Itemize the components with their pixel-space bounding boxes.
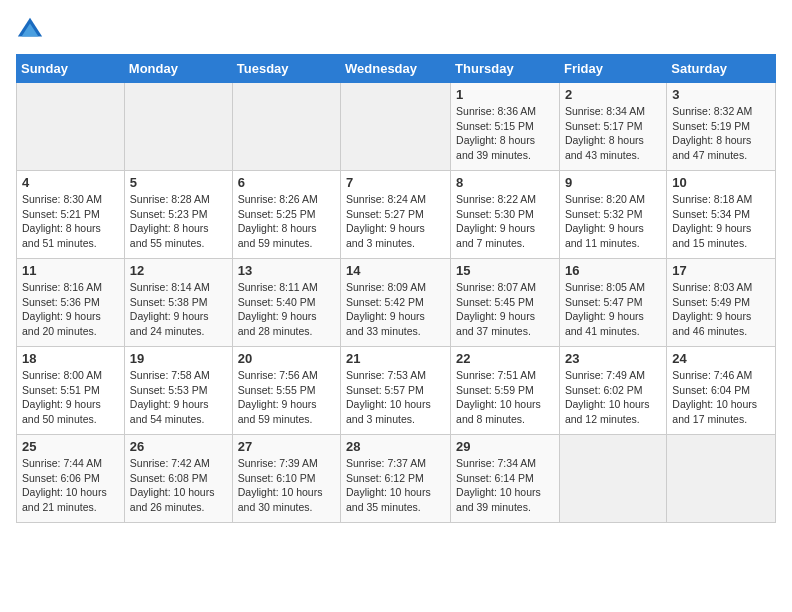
day-info: Sunrise: 7:53 AM Sunset: 5:57 PM Dayligh… bbox=[346, 368, 445, 427]
calendar-cell: 16Sunrise: 8:05 AM Sunset: 5:47 PM Dayli… bbox=[559, 259, 666, 347]
day-info: Sunrise: 8:00 AM Sunset: 5:51 PM Dayligh… bbox=[22, 368, 119, 427]
calendar-cell bbox=[559, 435, 666, 523]
day-info: Sunrise: 8:09 AM Sunset: 5:42 PM Dayligh… bbox=[346, 280, 445, 339]
calendar-cell: 22Sunrise: 7:51 AM Sunset: 5:59 PM Dayli… bbox=[451, 347, 560, 435]
calendar-cell: 13Sunrise: 8:11 AM Sunset: 5:40 PM Dayli… bbox=[232, 259, 340, 347]
day-info: Sunrise: 8:05 AM Sunset: 5:47 PM Dayligh… bbox=[565, 280, 661, 339]
calendar-cell: 17Sunrise: 8:03 AM Sunset: 5:49 PM Dayli… bbox=[667, 259, 776, 347]
day-info: Sunrise: 7:39 AM Sunset: 6:10 PM Dayligh… bbox=[238, 456, 335, 515]
day-info: Sunrise: 7:56 AM Sunset: 5:55 PM Dayligh… bbox=[238, 368, 335, 427]
weekday-header-thursday: Thursday bbox=[451, 55, 560, 83]
day-info: Sunrise: 7:37 AM Sunset: 6:12 PM Dayligh… bbox=[346, 456, 445, 515]
weekday-header-sunday: Sunday bbox=[17, 55, 125, 83]
day-info: Sunrise: 7:44 AM Sunset: 6:06 PM Dayligh… bbox=[22, 456, 119, 515]
day-number: 5 bbox=[130, 175, 227, 190]
calendar-table: SundayMondayTuesdayWednesdayThursdayFrid… bbox=[16, 54, 776, 523]
calendar-cell: 5Sunrise: 8:28 AM Sunset: 5:23 PM Daylig… bbox=[124, 171, 232, 259]
day-number: 3 bbox=[672, 87, 770, 102]
calendar-week-row: 11Sunrise: 8:16 AM Sunset: 5:36 PM Dayli… bbox=[17, 259, 776, 347]
calendar-cell: 7Sunrise: 8:24 AM Sunset: 5:27 PM Daylig… bbox=[341, 171, 451, 259]
weekday-header-monday: Monday bbox=[124, 55, 232, 83]
day-number: 15 bbox=[456, 263, 554, 278]
day-info: Sunrise: 8:34 AM Sunset: 5:17 PM Dayligh… bbox=[565, 104, 661, 163]
day-number: 18 bbox=[22, 351, 119, 366]
calendar-cell: 2Sunrise: 8:34 AM Sunset: 5:17 PM Daylig… bbox=[559, 83, 666, 171]
day-number: 12 bbox=[130, 263, 227, 278]
day-info: Sunrise: 8:20 AM Sunset: 5:32 PM Dayligh… bbox=[565, 192, 661, 251]
day-info: Sunrise: 8:28 AM Sunset: 5:23 PM Dayligh… bbox=[130, 192, 227, 251]
day-number: 1 bbox=[456, 87, 554, 102]
day-info: Sunrise: 8:14 AM Sunset: 5:38 PM Dayligh… bbox=[130, 280, 227, 339]
calendar-cell: 1Sunrise: 8:36 AM Sunset: 5:15 PM Daylig… bbox=[451, 83, 560, 171]
calendar-cell: 12Sunrise: 8:14 AM Sunset: 5:38 PM Dayli… bbox=[124, 259, 232, 347]
calendar-cell: 11Sunrise: 8:16 AM Sunset: 5:36 PM Dayli… bbox=[17, 259, 125, 347]
calendar-cell: 8Sunrise: 8:22 AM Sunset: 5:30 PM Daylig… bbox=[451, 171, 560, 259]
day-info: Sunrise: 8:16 AM Sunset: 5:36 PM Dayligh… bbox=[22, 280, 119, 339]
day-info: Sunrise: 8:32 AM Sunset: 5:19 PM Dayligh… bbox=[672, 104, 770, 163]
day-info: Sunrise: 8:18 AM Sunset: 5:34 PM Dayligh… bbox=[672, 192, 770, 251]
calendar-cell bbox=[17, 83, 125, 171]
calendar-cell: 20Sunrise: 7:56 AM Sunset: 5:55 PM Dayli… bbox=[232, 347, 340, 435]
day-info: Sunrise: 8:11 AM Sunset: 5:40 PM Dayligh… bbox=[238, 280, 335, 339]
day-number: 8 bbox=[456, 175, 554, 190]
day-number: 11 bbox=[22, 263, 119, 278]
day-info: Sunrise: 8:24 AM Sunset: 5:27 PM Dayligh… bbox=[346, 192, 445, 251]
calendar-cell: 21Sunrise: 7:53 AM Sunset: 5:57 PM Dayli… bbox=[341, 347, 451, 435]
weekday-header-tuesday: Tuesday bbox=[232, 55, 340, 83]
day-number: 13 bbox=[238, 263, 335, 278]
calendar-cell: 26Sunrise: 7:42 AM Sunset: 6:08 PM Dayli… bbox=[124, 435, 232, 523]
weekday-header-row: SundayMondayTuesdayWednesdayThursdayFrid… bbox=[17, 55, 776, 83]
day-number: 25 bbox=[22, 439, 119, 454]
day-number: 6 bbox=[238, 175, 335, 190]
logo-icon bbox=[16, 16, 44, 44]
calendar-cell: 23Sunrise: 7:49 AM Sunset: 6:02 PM Dayli… bbox=[559, 347, 666, 435]
day-number: 7 bbox=[346, 175, 445, 190]
day-number: 19 bbox=[130, 351, 227, 366]
calendar-cell: 24Sunrise: 7:46 AM Sunset: 6:04 PM Dayli… bbox=[667, 347, 776, 435]
day-info: Sunrise: 7:49 AM Sunset: 6:02 PM Dayligh… bbox=[565, 368, 661, 427]
day-number: 10 bbox=[672, 175, 770, 190]
weekday-header-wednesday: Wednesday bbox=[341, 55, 451, 83]
calendar-week-row: 4Sunrise: 8:30 AM Sunset: 5:21 PM Daylig… bbox=[17, 171, 776, 259]
day-number: 20 bbox=[238, 351, 335, 366]
weekday-header-saturday: Saturday bbox=[667, 55, 776, 83]
day-info: Sunrise: 7:42 AM Sunset: 6:08 PM Dayligh… bbox=[130, 456, 227, 515]
day-number: 27 bbox=[238, 439, 335, 454]
calendar-cell: 15Sunrise: 8:07 AM Sunset: 5:45 PM Dayli… bbox=[451, 259, 560, 347]
calendar-cell bbox=[232, 83, 340, 171]
day-info: Sunrise: 7:34 AM Sunset: 6:14 PM Dayligh… bbox=[456, 456, 554, 515]
day-number: 2 bbox=[565, 87, 661, 102]
day-number: 16 bbox=[565, 263, 661, 278]
calendar-cell: 18Sunrise: 8:00 AM Sunset: 5:51 PM Dayli… bbox=[17, 347, 125, 435]
weekday-header-friday: Friday bbox=[559, 55, 666, 83]
day-info: Sunrise: 8:22 AM Sunset: 5:30 PM Dayligh… bbox=[456, 192, 554, 251]
calendar-cell: 25Sunrise: 7:44 AM Sunset: 6:06 PM Dayli… bbox=[17, 435, 125, 523]
day-number: 23 bbox=[565, 351, 661, 366]
calendar-week-row: 25Sunrise: 7:44 AM Sunset: 6:06 PM Dayli… bbox=[17, 435, 776, 523]
day-number: 14 bbox=[346, 263, 445, 278]
day-info: Sunrise: 8:03 AM Sunset: 5:49 PM Dayligh… bbox=[672, 280, 770, 339]
calendar-cell: 3Sunrise: 8:32 AM Sunset: 5:19 PM Daylig… bbox=[667, 83, 776, 171]
day-info: Sunrise: 7:46 AM Sunset: 6:04 PM Dayligh… bbox=[672, 368, 770, 427]
logo bbox=[16, 16, 48, 44]
page-header bbox=[16, 16, 776, 44]
calendar-cell: 29Sunrise: 7:34 AM Sunset: 6:14 PM Dayli… bbox=[451, 435, 560, 523]
day-number: 4 bbox=[22, 175, 119, 190]
day-info: Sunrise: 8:36 AM Sunset: 5:15 PM Dayligh… bbox=[456, 104, 554, 163]
calendar-cell: 10Sunrise: 8:18 AM Sunset: 5:34 PM Dayli… bbox=[667, 171, 776, 259]
day-number: 24 bbox=[672, 351, 770, 366]
calendar-cell: 9Sunrise: 8:20 AM Sunset: 5:32 PM Daylig… bbox=[559, 171, 666, 259]
calendar-cell bbox=[667, 435, 776, 523]
calendar-cell: 28Sunrise: 7:37 AM Sunset: 6:12 PM Dayli… bbox=[341, 435, 451, 523]
day-number: 28 bbox=[346, 439, 445, 454]
day-info: Sunrise: 7:51 AM Sunset: 5:59 PM Dayligh… bbox=[456, 368, 554, 427]
calendar-cell: 4Sunrise: 8:30 AM Sunset: 5:21 PM Daylig… bbox=[17, 171, 125, 259]
day-info: Sunrise: 8:07 AM Sunset: 5:45 PM Dayligh… bbox=[456, 280, 554, 339]
day-number: 22 bbox=[456, 351, 554, 366]
day-number: 29 bbox=[456, 439, 554, 454]
day-info: Sunrise: 8:26 AM Sunset: 5:25 PM Dayligh… bbox=[238, 192, 335, 251]
day-info: Sunrise: 7:58 AM Sunset: 5:53 PM Dayligh… bbox=[130, 368, 227, 427]
calendar-cell: 14Sunrise: 8:09 AM Sunset: 5:42 PM Dayli… bbox=[341, 259, 451, 347]
calendar-week-row: 18Sunrise: 8:00 AM Sunset: 5:51 PM Dayli… bbox=[17, 347, 776, 435]
calendar-cell: 6Sunrise: 8:26 AM Sunset: 5:25 PM Daylig… bbox=[232, 171, 340, 259]
